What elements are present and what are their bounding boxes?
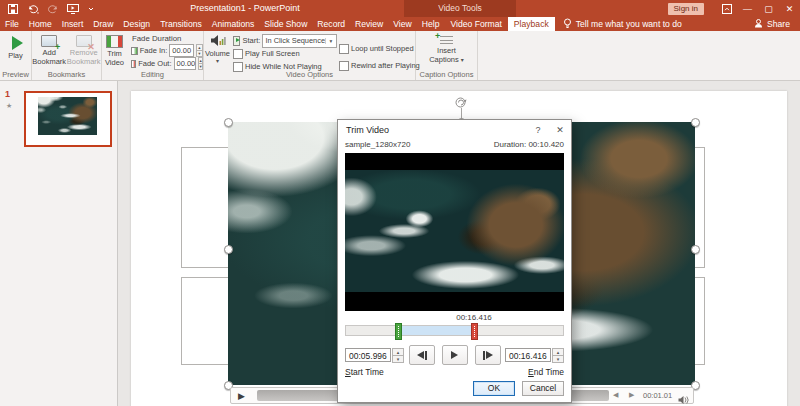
- tab-record[interactable]: Record: [312, 17, 350, 31]
- end-time-spin-buttons[interactable]: ▴▾: [552, 348, 564, 362]
- tab-help[interactable]: Help: [417, 17, 445, 31]
- redo-icon[interactable]: [48, 4, 58, 14]
- fade-in-input[interactable]: 00.00: [169, 44, 194, 57]
- maximize-icon[interactable]: ▢: [758, 0, 779, 17]
- insert-captions-label-2: Captions ▾: [429, 56, 464, 65]
- window-title: Presentation1 - PowerPoint: [90, 0, 400, 17]
- slide-1-thumbnail[interactable]: [24, 91, 112, 147]
- fade-out-input[interactable]: 00.00: [174, 57, 197, 70]
- video-file-name: sample_1280x720: [345, 140, 410, 153]
- player-time: 00:01.01: [643, 391, 672, 400]
- selection-handle-top-right[interactable]: [691, 118, 700, 127]
- tab-insert[interactable]: Insert: [57, 17, 89, 31]
- trim-video-dialog: Trim Video ? ✕ sample_1280x720 Duration:…: [337, 119, 572, 403]
- ribbon-tab-row: File Home Insert Draw Design Transitions…: [0, 17, 800, 31]
- tab-video-format[interactable]: Video Format: [444, 17, 507, 31]
- rewind-after-playing-checkbox[interactable]: [339, 61, 349, 71]
- tab-file[interactable]: File: [0, 17, 24, 31]
- tab-playback[interactable]: Playback: [508, 17, 555, 31]
- end-time-label: End Time: [528, 367, 564, 377]
- play-full-screen-label: Play Full Screen: [245, 49, 300, 58]
- selection-handle-mid-left[interactable]: [224, 245, 233, 254]
- spinner-up-icon[interactable]: ▴: [198, 57, 203, 64]
- dropdown-arrow-icon[interactable]: ▾: [325, 38, 336, 44]
- tab-design[interactable]: Design: [118, 17, 155, 31]
- loop-until-stopped-checkbox[interactable]: [339, 44, 349, 54]
- trim-video-label: Trim Video: [102, 50, 127, 67]
- play-button[interactable]: Play: [0, 34, 31, 61]
- previous-frame-icon: [417, 351, 424, 359]
- player-forward-button[interactable]: ▶: [629, 391, 634, 399]
- share-person-icon: [754, 19, 763, 30]
- cancel-button[interactable]: Cancel: [522, 381, 564, 396]
- tab-draw[interactable]: Draw: [88, 17, 118, 31]
- speaker-icon[interactable]: [678, 391, 689, 406]
- add-bookmark-label: Add Bookmark: [32, 49, 67, 66]
- tab-slide-show[interactable]: Slide Show: [259, 17, 312, 31]
- current-position-time: 00:16.416: [456, 313, 492, 322]
- start-dropdown[interactable]: In Click Sequence ▾: [262, 34, 337, 48]
- selection-handle-mid-right[interactable]: [691, 245, 700, 254]
- group-label-bookmarks: Bookmarks: [32, 70, 101, 79]
- play-icon: [451, 351, 458, 359]
- sign-in-button[interactable]: Sign in: [668, 3, 704, 15]
- spinner-up-icon[interactable]: ▴: [552, 348, 564, 356]
- trim-video-button[interactable]: Trim Video: [102, 34, 127, 70]
- tab-home[interactable]: Home: [24, 17, 57, 31]
- dialog-close-icon[interactable]: ✕: [549, 120, 571, 140]
- fade-out-icon: [131, 60, 136, 68]
- tab-animations[interactable]: Animations: [207, 17, 260, 31]
- spinner-up-icon[interactable]: ▴: [392, 348, 404, 356]
- trim-start-handle[interactable]: [395, 323, 402, 340]
- tab-view[interactable]: View: [388, 17, 416, 31]
- next-frame-button[interactable]: [475, 345, 501, 365]
- previous-frame-button[interactable]: [409, 345, 435, 365]
- spinner-down-icon[interactable]: ▾: [392, 356, 404, 363]
- fade-out-spinner[interactable]: ▴▾: [198, 57, 203, 70]
- volume-button[interactable]: Volume ▾: [204, 34, 231, 73]
- start-time-spinner: 00:05.996 ▴▾: [345, 348, 404, 362]
- play-full-screen-checkbox[interactable]: [233, 49, 243, 59]
- player-play-button[interactable]: ▶: [238, 390, 245, 402]
- tab-transitions[interactable]: Transitions: [155, 17, 207, 31]
- undo-icon[interactable]: [27, 4, 39, 14]
- player-back-button[interactable]: ◀: [613, 391, 618, 399]
- dialog-play-button[interactable]: [442, 345, 468, 365]
- lightbulb-icon: [563, 18, 572, 31]
- chevron-down-icon: ▾: [461, 57, 464, 63]
- slideshow-icon[interactable]: [67, 4, 79, 14]
- dialog-title-bar[interactable]: Trim Video ? ✕: [338, 120, 571, 140]
- fade-out-label: Fade Out:: [138, 59, 171, 68]
- add-bookmark-button[interactable]: + Add Bookmark: [32, 34, 67, 66]
- trim-end-handle[interactable]: [471, 323, 478, 340]
- spinner-up-icon[interactable]: ▴: [196, 44, 203, 51]
- spinner-down-icon[interactable]: ▾: [552, 356, 564, 363]
- ribbon-display-icon[interactable]: [716, 0, 737, 17]
- video-preview[interactable]: [345, 153, 564, 311]
- fade-duration-header: Fade Duration: [132, 34, 203, 43]
- group-preview: Play Preview: [0, 31, 32, 80]
- selection-handle-top-left[interactable]: [224, 118, 233, 127]
- fade-in-spinner[interactable]: ▴▾: [196, 44, 203, 57]
- start-time-spin-buttons[interactable]: ▴▾: [392, 348, 404, 362]
- share-button[interactable]: Share: [754, 17, 800, 31]
- group-video-options: Volume ▾ Start: In Click Sequence ▾: [204, 31, 416, 80]
- title-bar: Presentation1 - PowerPoint Video Tools S…: [0, 0, 800, 17]
- dialog-help-icon[interactable]: ?: [527, 120, 549, 140]
- end-time-input[interactable]: 00:16.416: [505, 348, 551, 362]
- insert-captions-button[interactable]: + Insert Captions ▾: [416, 34, 477, 64]
- start-time-input[interactable]: 00:05.996: [345, 348, 391, 362]
- ok-button[interactable]: OK: [473, 381, 515, 396]
- tab-review[interactable]: Review: [350, 17, 388, 31]
- tell-me-box[interactable]: Tell me what you want to do: [555, 17, 690, 31]
- group-caption-options: + Insert Captions ▾ Caption Options: [416, 31, 478, 80]
- rewind-after-playing-label: Rewind after Playing: [351, 61, 420, 70]
- remove-bookmark-button[interactable]: ✕ Remove Bookmark: [67, 34, 102, 66]
- close-icon[interactable]: ✕: [779, 0, 800, 17]
- fade-in-label: Fade In:: [140, 46, 168, 55]
- group-editing: Trim Video Fade Duration Fade In: 00.00 …: [102, 31, 204, 80]
- play-icon: [12, 36, 23, 50]
- minimize-icon[interactable]: —: [737, 0, 758, 17]
- save-icon[interactable]: [8, 4, 18, 14]
- rotate-handle-icon[interactable]: [454, 95, 468, 113]
